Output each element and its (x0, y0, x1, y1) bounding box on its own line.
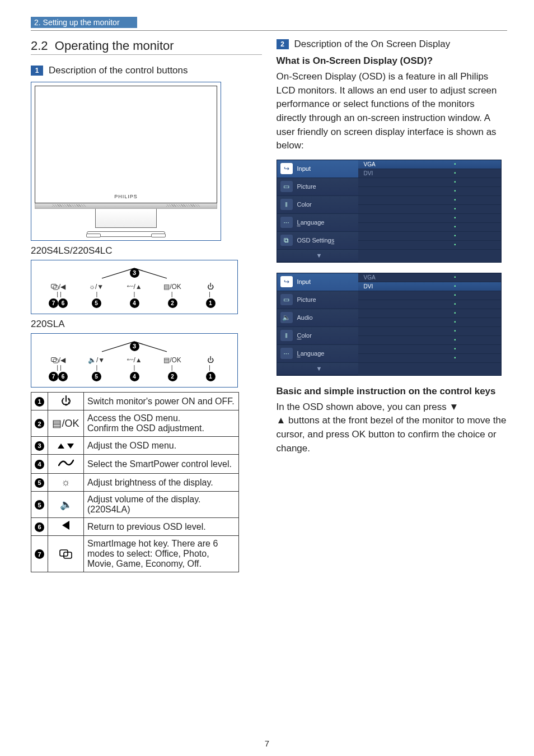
osd-menu-row: ⧉OSD Settings•• (277, 232, 501, 250)
svg-rect-0 (51, 284, 56, 288)
osd-sub-item: • (358, 214, 501, 223)
osd-sub-item: • (358, 354, 501, 363)
osd-menu-row: ↪InputVGA•DVI• (277, 273, 501, 291)
up-down-icon (48, 437, 84, 455)
osd-question-para: On-Screen Display (OSD) is a feature in … (277, 70, 508, 153)
osd-menu-row: 🔈Audio•• (277, 309, 501, 327)
volume-icon: 🔈 (48, 492, 84, 518)
subhead-2: 2 Description of the On Screen Display (277, 39, 508, 50)
osd-menu-row: ···Language•• (277, 214, 501, 232)
osd-sub-item: • (358, 232, 501, 241)
osd-menu-label: Color (297, 332, 312, 339)
basic-instruction-title: Basic and simple instruction on the cont… (277, 386, 508, 397)
osd-screenshot-1: ↪InputVGA•DVI•▭Picture••⦀Color••···Langu… (277, 160, 502, 263)
osd-down-arrow-icon: ▼ (277, 250, 358, 262)
model-b-label: 220SLA (31, 319, 262, 330)
table-row: 1⏻Switch monitor's power ON and OFF. (31, 393, 239, 410)
left-column: 2.2 Operating the monitor 1 Description … (31, 35, 262, 572)
button-panel-b: 3 /◀ 🔈/▼ ⬳/▲ ▤/OK ⏻ | ||||| 76 5 4 2 1 (31, 333, 238, 388)
table-row: 2▤/OKAccess the OSD menu. Confirm the OS… (31, 410, 239, 437)
button-description-table: 1⏻Switch monitor's power ON and OFF. 2▤/… (31, 392, 239, 572)
svg-rect-3 (53, 359, 58, 363)
osd-menu-glyph-icon: ··· (280, 217, 293, 228)
osd-menu-glyph-icon: 🔈 (280, 312, 293, 323)
osd-sub-item: • (358, 318, 501, 327)
osd-menu-label: Input (297, 165, 311, 172)
callout-1-icon: 1 (31, 66, 43, 76)
section-title: 2.2 Operating the monitor (31, 39, 262, 55)
arc-icon (101, 267, 168, 279)
monitor-illustration: PHILIPS (31, 82, 221, 241)
osd-menu-glyph-icon: ↪ (280, 163, 293, 174)
osd-sub-item: DVI• (358, 282, 501, 291)
table-row: 7SmartImage hot key. There are 6 modes t… (31, 536, 239, 572)
osd-sub-item: • (358, 223, 501, 232)
arc-icon (101, 340, 168, 353)
subhead-1: 1 Description of the control buttons (31, 65, 262, 76)
osd-menu-row: ▭Picture•• (277, 178, 501, 196)
button-panel-a: 3 /◀ ☼/▼ ⬳/▲ ▤/OK ⏻ | ||||| 76 5 4 2 1 (31, 260, 238, 314)
model-a-label: 220S4LS/220S4LC (31, 245, 262, 256)
svg-rect-2 (51, 358, 56, 362)
smartimage-icon (48, 536, 84, 572)
breadcrumb: 2. Setting up the monitor (31, 17, 137, 28)
osd-question-title: What is On-Screen Display (OSD)? (277, 55, 508, 67)
brightness-icon: ☼ (48, 474, 84, 492)
osd-menu-label: Picture (297, 183, 316, 190)
osd-menu-row: ···Language•• (277, 345, 501, 363)
osd-menu-label: OSD Settings (297, 237, 335, 244)
osd-sub-item: • (358, 327, 501, 336)
osd-sub-item: • (358, 291, 501, 300)
osd-menu-glyph-icon: ⧉ (280, 235, 293, 246)
osd-menu-glyph-icon: ⦀ (280, 330, 293, 341)
smartpower-icon (48, 455, 84, 474)
osd-sub-item: DVI• (358, 169, 501, 178)
smartimage-icon (51, 357, 59, 363)
page-number: 7 (265, 739, 269, 748)
power-icon: ⏻ (48, 393, 84, 410)
osd-sub-item: • (358, 300, 501, 309)
right-column: 2 Description of the On Screen Display W… (277, 35, 508, 572)
osd-menu-label: Audio (297, 314, 313, 321)
osd-menu-glyph-icon: ··· (280, 348, 293, 359)
osd-menu-row: ▭Picture•• (277, 291, 501, 309)
table-row: 3 Adjust the OSD menu. (31, 437, 239, 455)
subhead-1-text: Description of the control buttons (49, 65, 188, 76)
osd-sub-item: • (358, 241, 501, 250)
table-row: 4Select the SmartPower control level. (31, 455, 239, 474)
osd-menu-label: Language (297, 350, 325, 357)
basic-instruction-para: In the OSD shown above, you can press ▼ … (277, 400, 508, 456)
smartimage-icon (51, 284, 59, 290)
osd-menu-label: Picture (297, 296, 316, 303)
osd-sub-item: • (358, 205, 501, 214)
osd-menu-glyph-icon: ▭ (280, 294, 293, 305)
osd-menu-glyph-icon: ▭ (280, 181, 293, 192)
osd-sub-item: • (358, 196, 501, 205)
back-icon (48, 518, 84, 536)
table-row: 5🔈Adjust volume of the display. (220S4LA… (31, 492, 239, 518)
osd-sub-item: • (358, 336, 501, 345)
header-rule (31, 30, 507, 31)
osd-screenshot-2: ↪InputVGA•DVI•▭Picture••🔈Audio••⦀Color••… (277, 273, 502, 376)
table-row: 5☼Adjust brightness of the display. (31, 474, 239, 492)
osd-menu-row: ⦀Color•• (277, 196, 501, 214)
osd-sub-item: • (358, 178, 501, 187)
callout-2-icon: 2 (277, 39, 289, 49)
svg-rect-1 (53, 286, 58, 290)
osd-down-arrow-icon: ▼ (277, 363, 358, 375)
osd-menu-glyph-icon: ⦀ (280, 199, 293, 210)
osd-sub-item: • (358, 345, 501, 354)
osd-menu-label: Color (297, 201, 312, 208)
osd-menu-label: Language (297, 219, 325, 226)
osd-sub-item: • (358, 309, 501, 318)
osd-menu-label: Input (297, 278, 311, 285)
subhead-2-text: Description of the On Screen Display (294, 39, 451, 50)
osd-sub-item: VGA• (358, 273, 501, 282)
osd-menu-row: ↪InputVGA•DVI• (277, 160, 501, 178)
monitor-brand: PHILIPS (114, 194, 138, 199)
osd-sub-item: • (358, 187, 501, 196)
osd-sub-item: VGA• (358, 160, 501, 169)
osd-menu-row: ⦀Color•• (277, 327, 501, 345)
menu-ok-icon: ▤/OK (48, 410, 84, 437)
table-row: 6Return to previous OSD level. (31, 518, 239, 536)
